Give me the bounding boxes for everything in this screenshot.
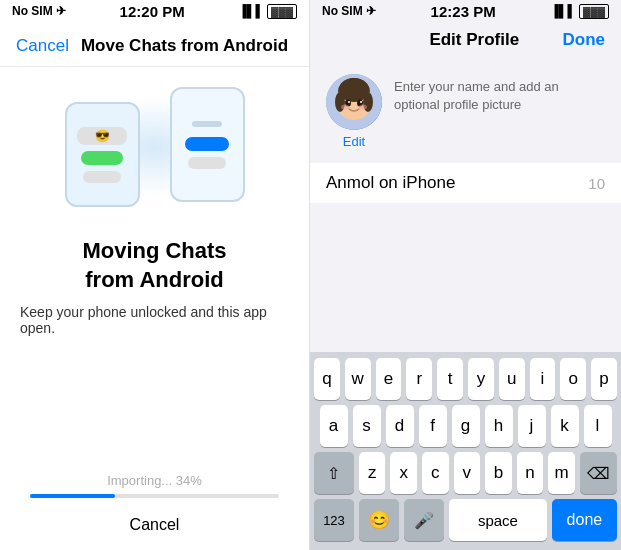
right-status-bar: No SIM ✈ 12:23 PM ▐▌▌ ▓▓▓: [310, 0, 621, 22]
progress-bar-background: [30, 494, 279, 498]
right-sim-info: No SIM ✈: [322, 4, 376, 18]
key-n[interactable]: n: [517, 452, 544, 494]
subtitle-text: Keep your phone unlocked and this app op…: [0, 300, 309, 346]
key-o[interactable]: o: [560, 358, 586, 400]
progress-area: Importing... 34%: [0, 463, 309, 504]
left-battery-icon: ▓▓▓: [267, 4, 297, 19]
emoji-key[interactable]: 😊: [359, 499, 399, 541]
left-signal-icon: ✈: [56, 4, 66, 18]
progress-label: Importing... 34%: [30, 473, 279, 488]
page-title: Edit Profile: [429, 30, 519, 50]
key-l[interactable]: l: [584, 405, 612, 447]
left-header: Cancel Move Chats from Android: [0, 22, 309, 67]
svg-point-12: [359, 105, 367, 110]
keyboard-row-3: ⇧ z x c v b n m ⌫: [314, 452, 617, 494]
key-h[interactable]: h: [485, 405, 513, 447]
key-a[interactable]: a: [320, 405, 348, 447]
key-g[interactable]: g: [452, 405, 480, 447]
illustration-area: 😎: [0, 67, 309, 227]
name-input-section: 10: [310, 163, 621, 203]
bubble-blue: [185, 137, 229, 151]
phones-illustration: 😎: [65, 87, 245, 217]
bubble-gray-3: [188, 157, 226, 169]
svg-point-9: [348, 101, 350, 103]
key-f[interactable]: f: [419, 405, 447, 447]
key-r[interactable]: r: [406, 358, 432, 400]
key-v[interactable]: v: [454, 452, 481, 494]
keyboard-row-4: 123 😊 🎤 space done: [314, 499, 617, 541]
key-c[interactable]: c: [422, 452, 449, 494]
key-j[interactable]: j: [518, 405, 546, 447]
bubble-gray-2: [83, 171, 121, 183]
left-sim-info: No SIM ✈: [12, 4, 66, 18]
main-heading: Moving Chats from Android: [0, 227, 309, 300]
left-panel: No SIM ✈ 12:20 PM ▐▌▌ ▓▓▓ Cancel Move Ch…: [0, 0, 310, 550]
key-z[interactable]: z: [359, 452, 386, 494]
shift-key[interactable]: ⇧: [314, 452, 354, 494]
key-s[interactable]: s: [353, 405, 381, 447]
space-key[interactable]: space: [449, 499, 547, 541]
done-button[interactable]: Done: [562, 30, 605, 50]
key-y[interactable]: y: [468, 358, 494, 400]
done-key[interactable]: done: [552, 499, 617, 541]
svg-point-11: [341, 105, 349, 110]
key-w[interactable]: w: [345, 358, 371, 400]
key-k[interactable]: k: [551, 405, 579, 447]
left-time: 12:20 PM: [120, 3, 185, 20]
bubble-green: [81, 151, 123, 165]
key-e[interactable]: e: [376, 358, 402, 400]
left-header-title: Move Chats from Android: [81, 36, 288, 56]
cancel-button[interactable]: Cancel: [16, 36, 69, 56]
bubble-gray-1: 😎: [77, 127, 127, 145]
cancel-bottom-button[interactable]: Cancel: [0, 504, 309, 550]
progress-bar-fill: [30, 494, 115, 498]
keyboard-row-2: a s d f g h j k l: [314, 405, 617, 447]
right-sim-text: No SIM: [322, 4, 363, 18]
right-signal-icon: ✈: [366, 4, 376, 18]
edit-photo-link[interactable]: Edit: [343, 134, 365, 149]
key-d[interactable]: d: [386, 405, 414, 447]
key-t[interactable]: t: [437, 358, 463, 400]
profile-section: Edit Enter your name and add an optional…: [310, 60, 621, 163]
right-header: Edit Profile Done: [310, 22, 621, 60]
android-phone: 😎: [65, 102, 140, 207]
left-battery: ▐▌▌ ▓▓▓: [239, 4, 297, 19]
key-u[interactable]: u: [499, 358, 525, 400]
left-status-bar: No SIM ✈ 12:20 PM ▐▌▌ ▓▓▓: [0, 0, 309, 22]
right-panel: No SIM ✈ 12:23 PM ▐▌▌ ▓▓▓ Edit Profile D…: [310, 0, 621, 550]
right-time: 12:23 PM: [431, 3, 496, 20]
left-wifi-icon: ▐▌▌: [239, 4, 265, 18]
name-input[interactable]: [326, 173, 580, 193]
key-q[interactable]: q: [314, 358, 340, 400]
keyboard: q w e r t y u i o p a s d f g h j k l ⇧ …: [310, 352, 621, 550]
mic-key[interactable]: 🎤: [404, 499, 444, 541]
iphone-phone: [170, 87, 245, 202]
numbers-key[interactable]: 123: [314, 499, 354, 541]
char-count: 10: [588, 175, 605, 192]
avatar-area: Edit: [326, 74, 382, 149]
key-p[interactable]: p: [591, 358, 617, 400]
key-m[interactable]: m: [548, 452, 575, 494]
right-battery-icon: ▓▓▓: [579, 4, 609, 19]
avatar[interactable]: [326, 74, 382, 130]
svg-point-10: [360, 101, 362, 103]
key-x[interactable]: x: [390, 452, 417, 494]
keyboard-row-1: q w e r t y u i o p: [314, 358, 617, 400]
right-wifi-icon: ▐▌▌: [551, 4, 577, 18]
left-sim-text: No SIM: [12, 4, 53, 18]
phone-notch: [192, 121, 222, 127]
backspace-key[interactable]: ⌫: [580, 452, 617, 494]
key-b[interactable]: b: [485, 452, 512, 494]
key-i[interactable]: i: [530, 358, 556, 400]
right-battery: ▐▌▌ ▓▓▓: [551, 4, 609, 19]
profile-description: Enter your name and add an optional prof…: [394, 74, 605, 114]
